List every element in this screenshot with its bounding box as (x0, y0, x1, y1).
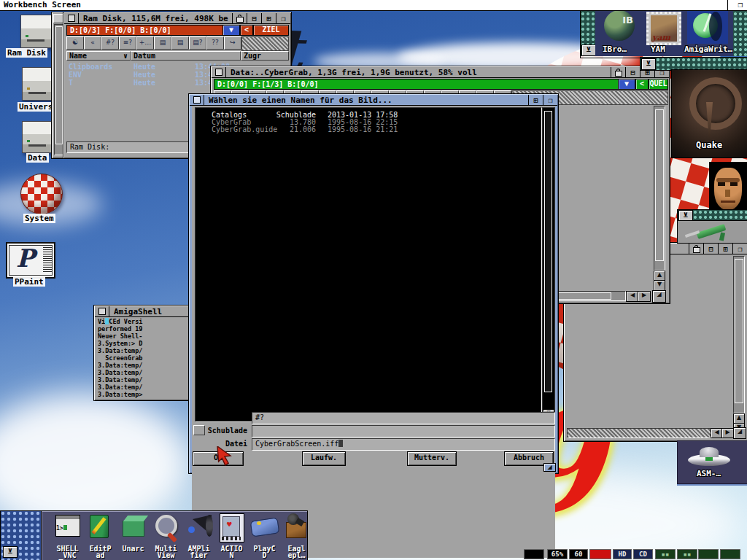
amigawriter-icon-label[interactable]: AmigaWrit… (684, 44, 732, 54)
iconify-icon[interactable]: ⊟ (625, 67, 640, 77)
toolbar-edit-pattern-icon[interactable]: ≡? (119, 36, 136, 50)
ram-disk-icon-label[interactable]: Ram Disk (6, 48, 47, 58)
scrollbar-thumb[interactable] (735, 259, 743, 403)
column-header-access[interactable]: Zugr (241, 51, 289, 61)
resize-icon[interactable]: ◢ (543, 463, 556, 472)
toolbar-exit-icon[interactable]: ↪ (224, 36, 241, 50)
destination-button[interactable]: ZIEL (253, 25, 289, 36)
file-input[interactable]: CyberGrabScreen.iff (252, 438, 555, 451)
scroll-down-icon[interactable]: ▼ (654, 280, 665, 291)
column-header-name[interactable]: Name ∨ (66, 51, 131, 61)
dock-item-multiview[interactable]: Multi View (150, 513, 182, 559)
depth-icon[interactable]: ❐ (732, 244, 747, 254)
dock-item-playcd[interactable]: PlayC D (248, 513, 281, 559)
yam-icon-label[interactable]: YAM (651, 44, 665, 54)
file-list[interactable]: Catalogs Schublade 2013-01-13 17:58 Cybe… (195, 107, 542, 422)
ppaint-icon-label[interactable]: PPaint (13, 277, 45, 287)
toolbar-help-icon[interactable]: ?? (206, 36, 224, 50)
scrollbar-thumb[interactable] (544, 111, 552, 392)
dock-item-editpad[interactable]: EditP ad (84, 513, 117, 559)
screen-depth-icon[interactable]: ❐ (738, 0, 743, 9)
source-button[interactable]: QUEL (649, 79, 668, 90)
parent-button[interactable]: Mutterv. (407, 451, 457, 466)
dock-item-eagleplayer[interactable]: Eagl epl… (280, 513, 313, 559)
doom-face-icon[interactable] (709, 162, 747, 217)
screen-titlebar[interactable]: Workbench Screen ❐ (0, 0, 747, 11)
dialog-titlebar[interactable]: Wählen sie einen Namen für das Bild... ⊞… (190, 95, 557, 106)
ibrowse-icon-label[interactable]: IBro… (603, 44, 627, 54)
scrollbar-thumb[interactable] (655, 109, 664, 261)
back-button[interactable]: < (635, 79, 649, 90)
file-row[interactable]: Clipboards (69, 63, 112, 71)
toolbar-copy-icon[interactable]: ▤ (154, 36, 171, 50)
asm-icon-label[interactable]: ASM-… (697, 469, 721, 478)
file-row[interactable]: ENV (69, 71, 82, 79)
close-icon[interactable] (64, 13, 79, 23)
iconify-icon[interactable]: ⊻ (581, 44, 596, 56)
iconify-icon[interactable]: ⊟ (703, 244, 718, 254)
zoom-icon[interactable]: ⊞ (528, 95, 543, 105)
yam-icon[interactable]: yam (646, 12, 681, 45)
dock-item-amplifier[interactable]: AMPli fier (182, 513, 215, 559)
vertical-scrollbar[interactable] (733, 256, 745, 413)
shell-title: AmigaShell (109, 306, 194, 316)
gun-tool-icon[interactable] (677, 220, 747, 244)
quake-icon-label: Quake (696, 140, 722, 150)
drawer-input[interactable] (252, 425, 555, 438)
dock-item-shellvnc[interactable]: 1> SHELL _VNC (51, 513, 84, 559)
horizontal-scrollbar[interactable] (567, 428, 713, 438)
drives-button[interactable]: Laufw. (302, 451, 346, 466)
ram-disk-titlebar[interactable]: Ram Disk, 115,6M frei, 498K be ⊟ ⊞ ❐ (64, 13, 290, 24)
toolbar-yinyang-icon[interactable]: ☯ (66, 36, 84, 50)
ppaint-icon[interactable]: P (6, 242, 55, 279)
data-window-titlebar[interactable]: Data:..CyberGrab, 1,3G frei, 1,9G benutz… (212, 67, 669, 78)
scroll-right-icon[interactable]: ▶ (638, 291, 651, 302)
drop-target-button[interactable]: ▼ (222, 25, 240, 36)
disk-slot (27, 39, 44, 42)
file-row[interactable]: T (69, 79, 73, 87)
toolbar-back-icon[interactable]: « (84, 36, 101, 50)
close-icon[interactable] (212, 67, 226, 77)
column-header-date[interactable]: Datum (131, 51, 241, 61)
shell-titlebar[interactable]: AmigaShell (95, 306, 194, 317)
lock-icon[interactable] (689, 244, 703, 254)
data-icon-label[interactable]: Data (26, 153, 49, 163)
vertical-scrollbar[interactable] (654, 106, 665, 271)
uniconify-icon[interactable]: ⊻ (641, 58, 656, 70)
amigawriter-icon[interactable] (687, 9, 728, 44)
pattern-input[interactable]: #? (252, 412, 555, 424)
drop-target-button[interactable]: ▼ (618, 79, 635, 90)
lock-icon[interactable] (611, 67, 625, 77)
close-icon[interactable] (53, 14, 63, 23)
toolbar-docquery-icon[interactable]: ▤? (189, 36, 206, 50)
data-device-bar[interactable]: D:[0/0] F:[1/3] B:[0/0] (214, 79, 621, 90)
scroll-right-icon[interactable]: ▶ (721, 428, 734, 438)
scrollbar-thumb[interactable] (55, 26, 63, 144)
toolbar-pattern-icon[interactable]: #? (101, 36, 119, 50)
close-icon[interactable] (190, 95, 204, 105)
toolbar-copyas-icon[interactable]: ▤ (171, 36, 189, 50)
ram-device-bar[interactable]: D:[0/3] F:[0/0] B:[0/0] (66, 25, 225, 36)
dock-item-action[interactable]: ♥ ACTIO N (215, 513, 248, 559)
toolbar-add-icon[interactable]: +… (136, 36, 154, 50)
quake-icon[interactable]: Quake (671, 69, 747, 158)
vertical-scrollbar[interactable]: ⊽ (542, 107, 555, 422)
depth-icon[interactable]: ❐ (543, 95, 557, 105)
system-ball-icon[interactable] (20, 174, 63, 214)
zoom-icon[interactable]: ⊞ (718, 244, 732, 254)
ibrowse-icon[interactable]: IB (604, 10, 635, 41)
resize-icon[interactable]: ◢ (733, 427, 746, 439)
zoom-icon[interactable]: ⊞ (261, 13, 276, 23)
dock-handle[interactable]: ⊻ (0, 510, 42, 560)
iconbar-handle[interactable] (733, 7, 747, 56)
iconify-icon[interactable]: ⊻ (3, 546, 18, 558)
close-icon[interactable] (95, 306, 109, 316)
resize-icon[interactable]: ◢ (652, 290, 666, 303)
system-icon-label[interactable]: System (23, 214, 55, 223)
shell-output[interactable]: ViNCEd Versi performed 19 Neuer Shell- 3… (98, 318, 193, 398)
iconify-icon[interactable]: ⊟ (247, 13, 261, 23)
dock-item-unarc[interactable]: Unarc (117, 513, 150, 559)
depth-icon[interactable]: ❐ (276, 13, 290, 23)
lock-icon[interactable] (232, 13, 247, 23)
back-button[interactable]: < (240, 25, 253, 36)
